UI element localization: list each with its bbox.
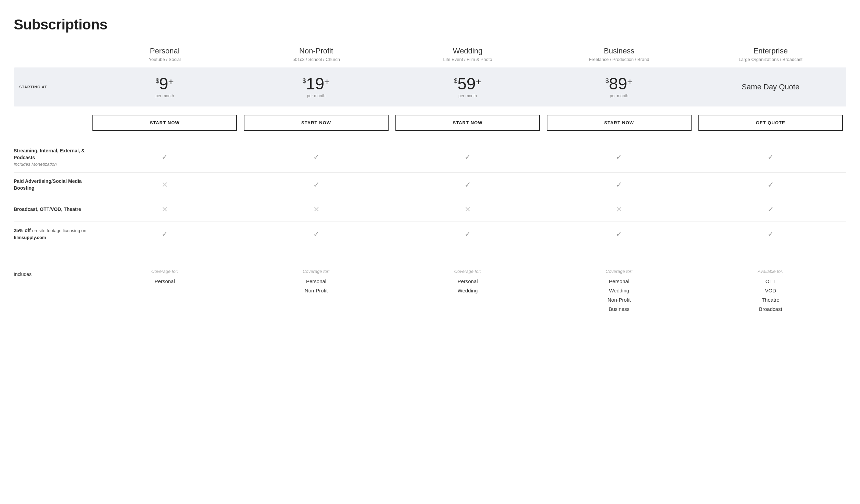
page-title: Subscriptions xyxy=(14,16,846,33)
price-amount-business: 89 xyxy=(609,76,627,92)
feature-name-1: Paid Advertising/Social Media Boosting xyxy=(14,178,89,191)
price-cell-enterprise: Same Day Quote xyxy=(695,67,846,106)
check-cell-0-2: ✓ xyxy=(392,142,543,172)
start-now-business[interactable]: START NOW xyxy=(547,115,691,131)
feature-label-cell-0: Streaming, Internal, External, & Podcast… xyxy=(14,142,89,172)
coverage-col-business: Coverage for:PersonalWeddingNon-ProfitBu… xyxy=(543,269,695,314)
check-cell-1-0: ✕ xyxy=(89,173,240,197)
price-cell-business: $ 89 + per month xyxy=(543,67,695,106)
check-cell-3-3: ✓ xyxy=(543,222,695,246)
coverage-section: Includes Coverage for:Personal Coverage … xyxy=(14,263,846,314)
price-plus-wedding: + xyxy=(476,77,481,87)
coverage-for-label-3: Coverage for: xyxy=(606,269,633,274)
col-header-nonprofit: Non-Profit 501c3 / School / Church xyxy=(240,47,392,67)
check-cell-3-0: ✓ xyxy=(89,222,240,246)
checkmark-icon: ✓ xyxy=(162,230,168,238)
price-amount-wedding: 59 xyxy=(457,76,476,92)
plan-name-enterprise: Enterprise xyxy=(698,47,843,55)
price-dollar-nonprofit: $ xyxy=(303,78,306,84)
price-period-nonprofit: per month xyxy=(307,93,326,98)
cross-icon: ✕ xyxy=(313,206,319,213)
col-header-personal: Personal Youtube / Social xyxy=(89,47,240,67)
cross-icon: ✕ xyxy=(162,206,168,213)
coverage-item: Business xyxy=(609,304,630,314)
coverage-item: Wedding xyxy=(609,286,629,295)
coverage-item: Personal xyxy=(155,277,175,286)
price-dollar-personal: $ xyxy=(156,78,159,84)
price-amount-nonprofit: 19 xyxy=(306,76,324,92)
btn-cell-enterprise: GET QUOTE xyxy=(695,115,846,131)
price-plus-nonprofit: + xyxy=(324,77,330,87)
check-cell-2-4: ✓ xyxy=(695,197,846,222)
col-header-wedding: Wedding Life Event / Film & Photo xyxy=(392,47,543,67)
check-cell-0-1: ✓ xyxy=(240,142,392,172)
price-plus-business: + xyxy=(627,77,633,87)
btn-cell-nonprofit: START NOW xyxy=(240,115,392,131)
price-period-personal: per month xyxy=(155,93,174,98)
cross-icon: ✕ xyxy=(465,206,471,213)
check-cell-1-4: ✓ xyxy=(695,173,846,197)
check-cell-2-0: ✕ xyxy=(89,197,240,222)
start-now-wedding[interactable]: START NOW xyxy=(395,115,540,131)
feature-sub-0: Includes Monetization xyxy=(14,162,89,167)
btn-cell-personal: START NOW xyxy=(89,115,240,131)
pricing-label-cell: STARTING AT xyxy=(14,67,89,106)
features-section: Streaming, Internal, External, & Podcast… xyxy=(14,142,846,247)
col-header-business: Business Freelance / Production / Brand xyxy=(543,47,695,67)
plan-name-wedding: Wedding xyxy=(395,47,540,55)
check-cell-0-0: ✓ xyxy=(89,142,240,172)
checkmark-icon: ✓ xyxy=(616,181,622,189)
feature-label-cell-1: Paid Advertising/Social Media Boosting xyxy=(14,173,89,197)
check-cell-3-4: ✓ xyxy=(695,222,846,246)
check-cell-3-2: ✓ xyxy=(392,222,543,246)
feature-row-1: Paid Advertising/Social Media Boosting✕✓… xyxy=(14,172,846,197)
coverage-item: Personal xyxy=(609,277,629,286)
coverage-includes-label: Includes xyxy=(14,269,89,314)
start-now-nonprofit[interactable]: START NOW xyxy=(244,115,388,131)
coverage-item: VOD xyxy=(765,286,776,295)
get-quote-enterprise[interactable]: GET QUOTE xyxy=(698,115,843,131)
plan-sub-wedding: Life Event / Film & Photo xyxy=(395,57,540,62)
btn-cell-business: START NOW xyxy=(543,115,695,131)
checkmark-icon: ✓ xyxy=(768,153,774,161)
coverage-for-label-1: Coverage for: xyxy=(303,269,330,274)
coverage-col-enterprise: Available for:OTTVODTheatreBroadcast xyxy=(695,269,846,314)
price-period-wedding: per month xyxy=(458,93,477,98)
buttons-row: START NOW START NOW START NOW START NOW … xyxy=(14,115,846,131)
cross-icon: ✕ xyxy=(162,181,168,189)
coverage-item: Wedding xyxy=(458,286,478,295)
check-cell-1-2: ✓ xyxy=(392,173,543,197)
feature-label-cell-2: Broadcast, OTT/VOD, Theatre xyxy=(14,197,89,222)
feature-name-0: Streaming, Internal, External, & Podcast… xyxy=(14,148,89,161)
coverage-for-label-0: Coverage for: xyxy=(151,269,178,274)
coverage-col-wedding: Coverage for:PersonalWedding xyxy=(392,269,543,314)
price-plus-personal: + xyxy=(168,77,174,87)
checkmark-icon: ✓ xyxy=(768,181,774,189)
checkmark-icon: ✓ xyxy=(162,153,168,161)
feature-label-cell-3: 25% off on-site footage licensing on fil… xyxy=(14,222,89,246)
price-cell-personal: $ 9 + per month xyxy=(89,67,240,106)
check-cell-2-2: ✕ xyxy=(392,197,543,222)
feature-row-2: Broadcast, OTT/VOD, Theatre✕✕✕✕✓ xyxy=(14,197,846,222)
plan-name-nonprofit: Non-Profit xyxy=(244,47,388,55)
plan-sub-personal: Youtube / Social xyxy=(92,57,237,62)
starting-at-label: STARTING AT xyxy=(19,85,47,89)
coverage-item: Broadcast xyxy=(759,304,782,314)
checkmark-icon: ✓ xyxy=(313,181,319,189)
checkmark-icon: ✓ xyxy=(616,230,622,238)
plan-name-personal: Personal xyxy=(92,47,237,55)
start-now-personal[interactable]: START NOW xyxy=(92,115,237,131)
plan-sub-enterprise: Large Organizations / Broadcast xyxy=(698,57,843,62)
checkmark-icon: ✓ xyxy=(465,181,471,189)
btn-cell-wedding: START NOW xyxy=(392,115,543,131)
coverage-item: OTT xyxy=(766,277,776,286)
checkmark-icon: ✓ xyxy=(616,153,622,161)
plan-name-business: Business xyxy=(547,47,691,55)
check-cell-1-1: ✓ xyxy=(240,173,392,197)
checkmark-icon: ✓ xyxy=(465,230,471,238)
btn-empty xyxy=(14,115,89,131)
coverage-item: Theatre xyxy=(762,295,780,304)
check-cell-0-4: ✓ xyxy=(695,142,846,172)
same-day-quote: Same Day Quote xyxy=(742,83,799,91)
check-cell-2-1: ✕ xyxy=(240,197,392,222)
